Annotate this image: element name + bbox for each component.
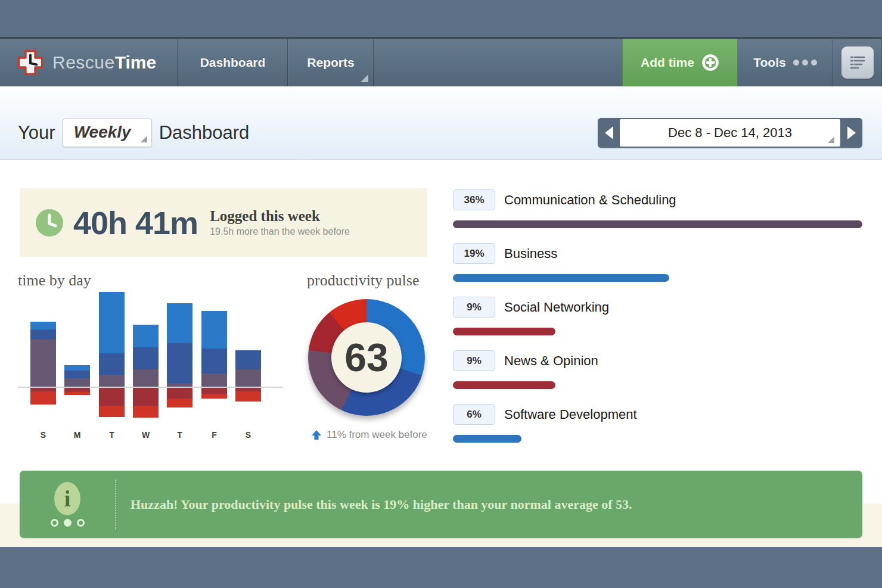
bar-segment	[99, 406, 125, 417]
category-label-link[interactable]: Social Networking	[504, 300, 609, 315]
bar-segment	[99, 353, 125, 375]
bar-segment	[235, 391, 261, 402]
carousel-dots[interactable]	[51, 519, 85, 527]
page-title: Your Weekly Dashboard	[18, 117, 249, 149]
bar-segment	[30, 329, 56, 340]
navbar: RescueTime Dashboard Reports Add time To…	[0, 37, 882, 86]
clock-icon	[35, 209, 64, 237]
bar-segment	[235, 369, 261, 387]
total-time-value: 40h 41m	[73, 204, 198, 241]
time-by-day-title: time by day	[18, 272, 91, 290]
date-navigator: Dec 8 - Dec 14, 2013	[598, 118, 862, 148]
nav-spacer	[374, 39, 622, 86]
bar-segment	[201, 311, 227, 349]
category-row: 19%Business	[453, 243, 862, 297]
category-label-link[interactable]: Business	[504, 246, 557, 262]
day-bar[interactable]	[64, 289, 90, 426]
nav-tab-reports[interactable]: Reports	[288, 39, 374, 86]
add-time-button[interactable]: Add time	[622, 39, 738, 86]
category-label-link[interactable]: News & Opinion	[504, 353, 598, 369]
bar-segment	[30, 340, 56, 387]
category-percent-badge: 9%	[453, 297, 495, 318]
day-label: T	[99, 430, 125, 440]
bar-segment	[64, 378, 90, 387]
day-label: S	[30, 430, 56, 440]
category-bar	[453, 435, 521, 443]
nav-tab-dashboard[interactable]: Dashboard	[178, 39, 288, 86]
period-select[interactable]: Weekly	[63, 119, 152, 147]
arrow-right-icon	[847, 126, 856, 139]
category-breakdown-list: 36%Communication & Scheduling19%Business…	[453, 189, 862, 458]
bar-segment	[201, 388, 227, 394]
week-comparison-text: 19.5h more than the week before	[210, 226, 350, 237]
bar-segment	[167, 343, 192, 383]
category-percent-badge: 36%	[453, 189, 495, 210]
day-label: S	[235, 430, 261, 440]
banner-message: Huzzah! Your productivity pulse this wee…	[116, 497, 650, 512]
day-bar[interactable]	[133, 289, 159, 426]
bar-segment	[235, 350, 261, 369]
bar-segment	[167, 399, 192, 407]
category-bar	[453, 328, 555, 335]
arrow-left-icon	[605, 126, 613, 139]
bar-segment	[167, 383, 192, 387]
prev-week-button[interactable]	[598, 118, 620, 148]
category-percent-badge: 6%	[453, 404, 495, 425]
chevron-down-icon	[828, 136, 834, 143]
category-row: 9%Social Networking	[453, 297, 862, 350]
day-bar[interactable]	[235, 289, 261, 426]
time-by-day-chart: SMTWTFS	[20, 289, 285, 447]
category-label-link[interactable]: Communication & Scheduling	[504, 192, 676, 208]
bar-segment	[64, 365, 90, 371]
bar-segment	[201, 394, 227, 399]
tools-button[interactable]: Tools	[738, 39, 833, 86]
day-bar[interactable]	[201, 289, 227, 426]
brand-home-link[interactable]: RescueTime	[0, 39, 178, 86]
pulse-donut-center: 63	[331, 322, 402, 393]
category-bar	[453, 274, 669, 282]
carousel-dot[interactable]	[77, 519, 85, 527]
category-percent-badge: 9%	[453, 350, 495, 371]
pulse-score: 63	[344, 335, 388, 380]
bar-segment	[133, 388, 159, 406]
banner-icon-wrap: i	[20, 482, 115, 527]
bar-segment	[133, 406, 159, 418]
next-week-button[interactable]	[840, 118, 862, 148]
carousel-dot-active[interactable]	[64, 519, 72, 527]
info-icon: i	[54, 482, 80, 515]
category-label-link[interactable]: Software Development	[504, 407, 637, 422]
tools-label: Tools	[753, 55, 785, 70]
chevron-down-icon	[361, 74, 368, 82]
date-range-select[interactable]: Dec 8 - Dec 14, 2013	[620, 119, 840, 147]
category-head: 9%News & Opinion	[453, 350, 862, 371]
rescuetime-logo-icon	[17, 49, 44, 76]
notes-panel-button[interactable]	[833, 39, 882, 86]
category-bar	[453, 220, 862, 228]
category-row: 9%News & Opinion	[453, 350, 862, 404]
title-suffix: Dashboard	[159, 122, 250, 144]
day-label: W	[133, 430, 159, 440]
bar-segment	[167, 388, 192, 399]
brand-text-rescue: Rescue	[52, 52, 115, 73]
day-label: F	[201, 430, 227, 440]
day-bar[interactable]	[30, 289, 56, 426]
bar-segment	[64, 371, 90, 378]
logged-time-panel: 40h 41m Logged this week 19.5h more than…	[20, 188, 427, 257]
plus-circle-icon	[701, 54, 719, 71]
main-content: 40h 41m Logged this week 19.5h more than…	[0, 160, 882, 503]
bar-segment	[133, 325, 159, 347]
bar-segment	[99, 292, 125, 353]
carousel-dot[interactable]	[51, 519, 58, 527]
productivity-pulse-title: productivity pulse	[307, 272, 419, 290]
ellipsis-icon	[793, 60, 817, 66]
category-row: 6%Software Development	[453, 404, 862, 458]
period-select-value: Weekly	[74, 123, 131, 141]
day-bar[interactable]	[167, 289, 192, 426]
day-label: M	[64, 430, 90, 440]
bar-segment	[201, 349, 227, 374]
category-percent-badge: 19%	[453, 243, 495, 264]
bar-segment	[64, 392, 90, 395]
info-banner: i Huzzah! Your productivity pulse this w…	[20, 471, 862, 538]
category-head: 9%Social Networking	[453, 297, 862, 318]
day-bar[interactable]	[99, 289, 125, 426]
